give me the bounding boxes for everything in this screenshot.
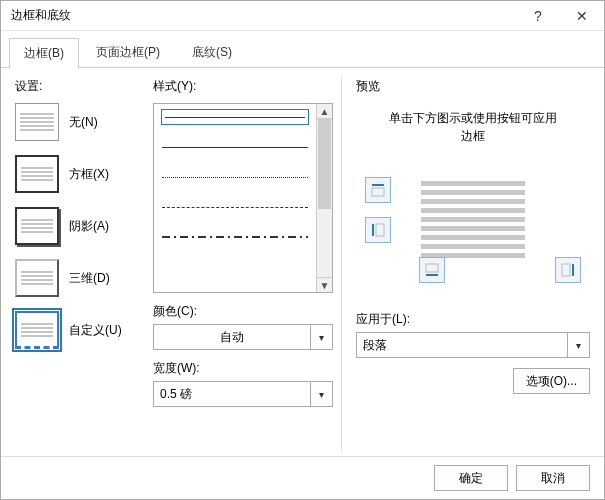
help-button[interactable]: ? [516,1,560,31]
preview-hint-line2: 边框 [461,129,485,143]
border-top-button[interactable] [365,177,391,203]
svg-rect-6 [572,264,574,276]
chevron-down-icon[interactable]: ▾ [310,325,332,349]
close-button[interactable]: ✕ [560,1,604,31]
style-scrollbar[interactable]: ▲ ▼ [316,104,332,292]
setting-3d-label: 三维(D) [69,270,110,287]
tab-page-border[interactable]: 页面边框(P) [81,37,175,67]
style-row-thin[interactable] [162,140,308,154]
setting-none-icon [15,103,59,141]
setting-none[interactable]: 无(N) [15,103,145,141]
tab-border[interactable]: 边框(B) [9,38,79,68]
style-list-inner [154,104,316,292]
color-combo[interactable]: 自动 ▾ [153,324,333,350]
tab-strip: 边框(B) 页面边框(P) 底纹(S) [1,31,604,68]
settings-column: 设置: 无(N) 方框(X) 阴影(A) [15,78,145,450]
style-listbox[interactable]: ▲ ▼ [153,103,333,293]
preview-hint: 单击下方图示或使用按钮可应用 边框 [356,109,590,145]
scroll-up-icon[interactable]: ▲ [320,104,330,118]
options-button[interactable]: 选项(O)... [513,368,590,394]
setting-shadow-icon [15,207,59,245]
scroll-thumb[interactable] [318,119,331,209]
chevron-down-icon[interactable]: ▾ [310,382,332,406]
dialog-window: 边框和底纹 ? ✕ 边框(B) 页面边框(P) 底纹(S) 设置: 无(N) 方… [0,0,605,500]
style-row-dashed[interactable] [162,200,308,214]
setting-box[interactable]: 方框(X) [15,155,145,193]
setting-3d-icon [15,259,59,297]
setting-3d[interactable]: 三维(D) [15,259,145,297]
apply-to-combo[interactable]: 段落 ▾ [356,332,590,358]
setting-shadow-label: 阴影(A) [69,218,109,235]
apply-to-value: 段落 [357,337,567,354]
setting-custom-icon [15,311,59,349]
width-value: 0.5 磅 [154,386,310,403]
preview-area [363,175,583,285]
svg-rect-3 [376,224,384,236]
svg-rect-0 [372,184,384,186]
color-label: 颜色(C): [153,303,333,320]
apply-to-row: 应用于(L): 段落 ▾ [356,311,590,358]
setting-custom-label: 自定义(U) [69,322,122,339]
window-title: 边框和底纹 [11,7,516,24]
svg-rect-5 [426,264,438,272]
scroll-down-icon[interactable]: ▼ [320,278,330,292]
preview-column: 预览 单击下方图示或使用按钮可应用 边框 [341,78,590,450]
style-row-dotted[interactable] [162,170,308,184]
apply-to-label: 应用于(L): [356,311,590,328]
setting-shadow[interactable]: 阴影(A) [15,207,145,245]
scroll-track[interactable] [317,118,332,278]
svg-rect-1 [372,188,384,196]
style-column: 样式(Y): ▲ ▼ 颜色(C): 自动 ▾ [153,78,333,450]
titlebar: 边框和底纹 ? ✕ [1,1,604,31]
tab-shading[interactable]: 底纹(S) [177,37,247,67]
svg-rect-2 [372,224,374,236]
svg-rect-4 [426,274,438,276]
chevron-down-icon[interactable]: ▾ [567,333,589,357]
color-value: 自动 [154,329,310,346]
svg-rect-7 [562,264,570,276]
border-right-button[interactable] [555,257,581,283]
settings-label: 设置: [15,78,145,95]
setting-box-icon [15,155,59,193]
ok-button[interactable]: 确定 [434,465,508,491]
border-bottom-button[interactable] [419,257,445,283]
style-row-solid[interactable] [162,110,308,124]
width-label: 宽度(W): [153,360,333,377]
setting-none-label: 无(N) [69,114,98,131]
preview-label: 预览 [356,78,590,95]
options-row: 选项(O)... [356,368,590,394]
setting-box-label: 方框(X) [69,166,109,183]
setting-custom[interactable]: 自定义(U) [15,311,145,349]
dialog-footer: 确定 取消 [1,456,604,499]
cancel-button[interactable]: 取消 [516,465,590,491]
dialog-body: 设置: 无(N) 方框(X) 阴影(A) [1,68,604,456]
border-left-button[interactable] [365,217,391,243]
style-row-dashdot[interactable] [162,230,308,244]
style-label: 样式(Y): [153,78,333,95]
preview-hint-line1: 单击下方图示或使用按钮可应用 [389,111,557,125]
width-combo[interactable]: 0.5 磅 ▾ [153,381,333,407]
